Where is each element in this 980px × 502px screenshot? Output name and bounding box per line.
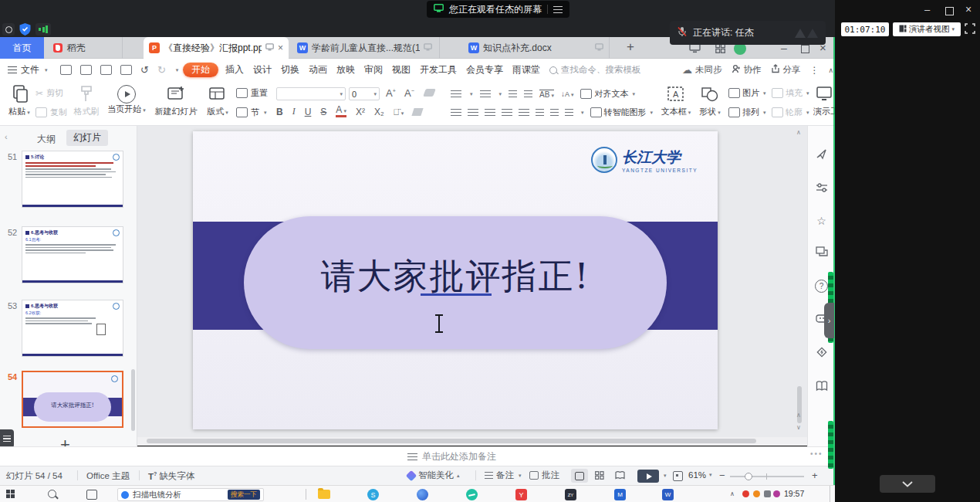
taskbar-search-box[interactable]: 扫描电镜分析 搜索一下 bbox=[117, 488, 264, 501]
tray-icon[interactable] bbox=[773, 490, 780, 497]
present-tool-button[interactable]: 演示工具 bbox=[813, 85, 835, 117]
row-spacing-icon[interactable] bbox=[536, 109, 544, 117]
sidebar-minimize-button[interactable]: – bbox=[924, 5, 930, 15]
tray-icon[interactable] bbox=[753, 490, 760, 497]
menu-item-devtools[interactable]: 开发工具 bbox=[420, 63, 457, 76]
tray-icon[interactable] bbox=[742, 490, 749, 497]
menu-item-rainclass[interactable]: 雨课堂 bbox=[512, 63, 540, 76]
slideshow-options-icon[interactable]: ▾ bbox=[664, 473, 667, 479]
slide-thumbnail-52[interactable]: 6.思考与收获 6.1思考: bbox=[22, 226, 123, 283]
tab-close-icon[interactable]: × bbox=[278, 43, 283, 53]
missing-font-button[interactable]: T? 缺失字体 bbox=[148, 470, 194, 482]
beautify-button[interactable]: 智能美化 ▴ bbox=[407, 470, 460, 481]
fullscreen-icon[interactable] bbox=[965, 23, 975, 36]
menu-item-transition[interactable]: 切换 bbox=[281, 63, 299, 76]
horizontal-scrollbar[interactable] bbox=[137, 437, 807, 446]
font-color-button[interactable]: A▾ bbox=[336, 106, 346, 117]
fit-window-icon[interactable] bbox=[673, 471, 683, 481]
normal-view-button[interactable] bbox=[571, 469, 588, 483]
tab-docer[interactable]: 稻壳 bbox=[44, 37, 123, 59]
phonetic-guide-button[interactable]: 文̈▾ bbox=[394, 107, 404, 117]
zoom-level[interactable]: 61%▾ bbox=[688, 470, 712, 480]
tray-chevron-up-icon[interactable]: ∧ bbox=[730, 490, 735, 497]
numbered-list-icon[interactable] bbox=[480, 90, 491, 98]
highlight-button[interactable] bbox=[412, 108, 424, 116]
layout-button[interactable]: 版式▾ bbox=[202, 85, 233, 117]
help-icon[interactable]: ? bbox=[815, 280, 828, 293]
zoom-in-button[interactable]: + bbox=[812, 470, 818, 481]
slideshow-button[interactable] bbox=[637, 470, 659, 483]
play-from-page-button[interactable]: 当页开始▾ bbox=[106, 85, 147, 115]
copy-button[interactable]: 复制 bbox=[35, 107, 67, 118]
next-slide-icon[interactable]: ∨ bbox=[796, 424, 801, 431]
floating-list-widget[interactable] bbox=[0, 429, 14, 448]
sorter-view-button[interactable] bbox=[591, 469, 608, 483]
file-explorer-icon[interactable] bbox=[318, 490, 330, 499]
new-tab-button[interactable]: + bbox=[627, 39, 634, 55]
task-view-icon[interactable] bbox=[86, 490, 97, 500]
column-spacing-icon[interactable] bbox=[550, 109, 559, 117]
tab-cast-icon[interactable] bbox=[265, 42, 274, 53]
canvas-scrollbar[interactable]: ∧ ∧ ∨ bbox=[795, 127, 804, 436]
theme-label[interactable]: Office 主题 bbox=[86, 470, 130, 482]
collapse-panel-icon[interactable]: ‹ bbox=[5, 132, 8, 141]
align-center-icon[interactable] bbox=[468, 109, 478, 117]
outline-button[interactable]: 轮廓▾ bbox=[772, 107, 809, 118]
increase-font-button[interactable]: A+ bbox=[386, 87, 396, 99]
app-icon-3[interactable] bbox=[466, 489, 478, 500]
undo-icon[interactable]: ↺ bbox=[140, 65, 149, 75]
sidebar-restore-button[interactable] bbox=[945, 7, 954, 15]
align-justify-icon[interactable] bbox=[502, 109, 512, 117]
tray-icon[interactable] bbox=[764, 490, 771, 497]
window-maximize-button[interactable] bbox=[801, 45, 809, 53]
scroll-participants-button[interactable] bbox=[880, 475, 935, 493]
menu-item-slideshow[interactable]: 放映 bbox=[336, 63, 355, 76]
align-right-icon[interactable] bbox=[485, 109, 495, 117]
strikethrough-button[interactable]: S bbox=[320, 107, 326, 117]
panel-expand-handle[interactable]: › bbox=[824, 303, 834, 338]
notes-toggle-button[interactable]: 备注▾ bbox=[485, 470, 522, 481]
taskbar-search-button[interactable]: 搜索一下 bbox=[228, 490, 260, 500]
redo-icon[interactable]: ↻ bbox=[157, 65, 166, 75]
sort-text-icon[interactable]: ↓A▾ bbox=[561, 90, 574, 98]
slide-thumbnail-53[interactable]: 6.思考与收获 6.2收获: bbox=[22, 300, 123, 357]
bullet-list-icon[interactable] bbox=[451, 90, 461, 98]
align-text-button[interactable]: 对齐文本▾ bbox=[580, 88, 635, 100]
slide-thumbnail-54-selected[interactable]: 请大家批评指正! bbox=[22, 371, 123, 428]
sync-status[interactable]: ☁ 未同步 bbox=[682, 64, 722, 76]
app-icon-2[interactable] bbox=[417, 489, 428, 500]
text-box-button[interactable]: A 文本框▾ bbox=[659, 85, 693, 117]
sliders-icon[interactable] bbox=[816, 182, 828, 195]
italic-button[interactable]: I bbox=[292, 106, 296, 117]
menu-item-view[interactable]: 视图 bbox=[392, 63, 411, 76]
underline-button[interactable]: U bbox=[305, 107, 312, 117]
banner-menu-icon[interactable] bbox=[553, 6, 563, 13]
collaborate-button[interactable]: 协作 bbox=[732, 64, 762, 76]
chevron-down-icon[interactable]: ▾ bbox=[176, 67, 179, 73]
menu-item-review[interactable]: 审阅 bbox=[364, 63, 383, 76]
lightning-icon[interactable] bbox=[816, 346, 828, 361]
menu-item-animation[interactable]: 动画 bbox=[309, 63, 327, 76]
file-menu[interactable]: 文件 ▾ bbox=[8, 59, 48, 81]
watching-banner[interactable]: 您正在观看任杰的屏幕 bbox=[427, 1, 569, 18]
tab-home[interactable]: 首页 bbox=[0, 37, 44, 59]
decrease-indent-icon[interactable] bbox=[509, 90, 517, 98]
app-icon-4[interactable]: Y bbox=[515, 489, 527, 500]
print-icon[interactable] bbox=[100, 65, 112, 75]
slide-thumbnail-51[interactable]: 5.讨论 bbox=[22, 151, 123, 208]
subscript-button[interactable]: X₂ bbox=[374, 107, 384, 117]
line-spacing-icon[interactable] bbox=[565, 109, 573, 117]
print-preview-icon[interactable] bbox=[120, 65, 132, 75]
tab-document-active[interactable]: P 《直接经验》汇报ppt.pptx × bbox=[144, 37, 289, 59]
menu-item-home[interactable]: 开始 bbox=[183, 63, 218, 77]
slide[interactable]: 请大家批评指正! 长江大学 YANGTZE UNIVERSITY bbox=[193, 131, 718, 429]
new-slide-button[interactable]: 新建幻灯片 bbox=[153, 85, 199, 117]
format-painter-button[interactable]: 格式刷 bbox=[73, 85, 100, 117]
tab-document-3[interactable]: W 知识点补充.docx bbox=[463, 37, 610, 59]
outline-tab[interactable]: 大纲 bbox=[37, 133, 56, 146]
reference-book-icon[interactable] bbox=[816, 381, 828, 394]
menu-item-insert[interactable]: 插入 bbox=[225, 63, 244, 76]
section-button[interactable]: 节▾ bbox=[236, 107, 267, 118]
zoom-out-button[interactable]: − bbox=[719, 470, 725, 481]
panel-scrollbar[interactable] bbox=[131, 369, 135, 431]
